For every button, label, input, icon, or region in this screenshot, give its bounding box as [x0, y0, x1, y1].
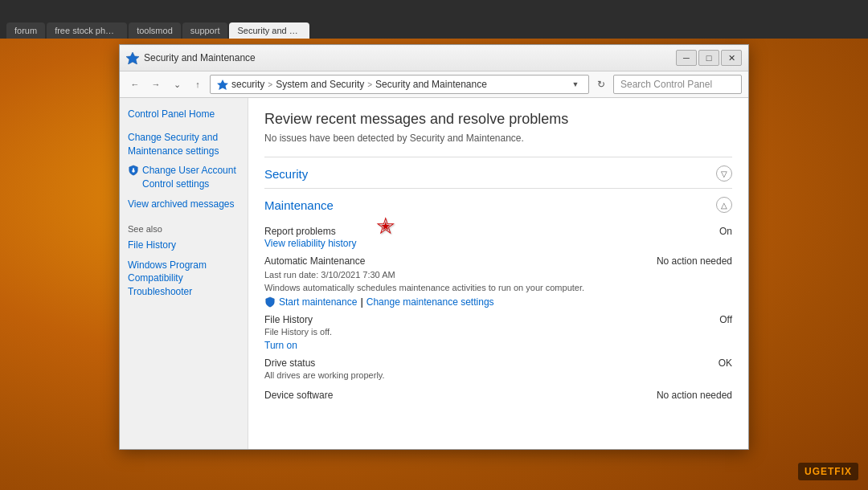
control-panel-window: Security and Maintenance ─ □ ✕ ← → ⌄ ↑ s…	[119, 44, 749, 450]
device-software-label: Device software	[264, 390, 636, 401]
view-reliability-history-link[interactable]: View reliability history	[264, 238, 357, 249]
watermark-suffix: FIX	[834, 466, 852, 477]
up-button[interactable]: ↑	[189, 76, 207, 93]
forward-button[interactable]: →	[147, 76, 165, 93]
maintenance-section-header[interactable]: Maintenance △	[264, 188, 732, 219]
maintenance-title: Maintenance	[264, 198, 334, 212]
tab-support[interactable]: support	[182, 22, 228, 39]
minimize-button[interactable]: ─	[676, 50, 697, 66]
path-sep-1: >	[268, 80, 272, 89]
maintenance-shield-icon	[264, 296, 276, 308]
tab-tools[interactable]: toolsmod	[129, 22, 181, 39]
drive-status-status: OK	[636, 357, 732, 369]
path-current: Security and Maintenance	[375, 79, 487, 90]
path-dropdown-button[interactable]: ▼	[569, 78, 582, 91]
refresh-button[interactable]: ↻	[592, 76, 610, 93]
title-bar: Security and Maintenance ─ □ ✕	[120, 45, 748, 71]
maintenance-toggle-icon: △	[721, 201, 727, 210]
file-history-sub: File History is off.	[264, 327, 332, 337]
sidebar: Control Panel Home Change Security and M…	[120, 98, 248, 449]
close-button[interactable]: ✕	[721, 50, 742, 66]
sidebar-uac-label: Change User Account Control settings	[142, 164, 240, 191]
maintenance-description: Windows automatically schedules maintena…	[264, 283, 584, 292]
watermark: UGETFIX	[798, 463, 858, 480]
content-area: Control Panel Home Change Security and M…	[120, 98, 748, 449]
automatic-maintenance-status: No action needed	[636, 255, 732, 267]
maintenance-content: Report problems View reliability history…	[264, 219, 732, 410]
file-history-row: File History Off File History is off. Tu…	[264, 311, 732, 354]
start-maintenance-row: Start maintenance | Change maintenance s…	[264, 296, 584, 308]
automatic-maintenance-row: Automatic Maintenance No action needed L…	[264, 252, 732, 311]
browser-bar: forum free stock photos toolsmod support…	[0, 0, 868, 39]
start-maintenance-link[interactable]: Start maintenance	[279, 296, 357, 308]
security-toggle-icon: ▽	[721, 169, 727, 178]
file-history-label: File History	[264, 314, 636, 325]
page-subtitle: No issues have been detected by Security…	[264, 133, 732, 144]
dropdown-history-button[interactable]: ⌄	[168, 76, 186, 93]
path-icon	[217, 79, 228, 90]
pipe-separator: |	[360, 296, 362, 308]
sidebar-control-panel-home[interactable]: Control Panel Home	[128, 108, 240, 121]
address-path[interactable]: security > System and Security > Securit…	[210, 75, 589, 94]
report-problems-status: On	[636, 226, 732, 237]
drive-status-row: Drive status OK All drives are working p…	[264, 354, 732, 386]
path-control-panel: security	[231, 79, 264, 90]
change-maintenance-settings-link[interactable]: Change maintenance settings	[366, 296, 494, 308]
svg-marker-0	[126, 52, 139, 64]
watermark-prefix: UG	[805, 466, 821, 477]
device-software-row: Device software No action needed	[264, 386, 732, 404]
security-toggle[interactable]: ▽	[716, 165, 732, 182]
last-run-date: Last run date: 3/10/2021 7:30 AM	[264, 270, 584, 280]
path-system-security: System and Security	[276, 79, 364, 90]
maintenance-toggle[interactable]: △	[716, 197, 732, 213]
search-box[interactable]: Search Control Panel	[613, 75, 742, 94]
report-problems-label: Report problems	[264, 226, 636, 237]
drive-status-sub: All drives are working properly.	[264, 370, 385, 380]
shield-icon	[128, 165, 139, 176]
tab-photos[interactable]: free stock photos	[47, 22, 127, 39]
svg-marker-1	[217, 80, 228, 90]
sidebar-file-history[interactable]: File History	[128, 239, 240, 252]
search-placeholder: Search Control Panel	[620, 79, 712, 90]
path-sep-2: >	[367, 80, 372, 89]
page-title: Review recent messages and resolve probl…	[264, 111, 732, 128]
sidebar-user-account-control[interactable]: Change User Account Control settings	[128, 164, 240, 191]
turn-on-link[interactable]: Turn on	[264, 340, 297, 351]
security-title: Security	[264, 167, 308, 181]
back-button[interactable]: ←	[126, 76, 144, 93]
address-bar: ← → ⌄ ↑ security > System and Security >…	[120, 71, 748, 98]
drive-status-label: Drive status	[264, 357, 636, 369]
maximize-button[interactable]: □	[698, 50, 719, 66]
see-also-title: See also	[128, 224, 240, 234]
svg-rect-3	[133, 169, 134, 171]
automatic-maintenance-detail: Last run date: 3/10/2021 7:30 AM Windows…	[264, 268, 584, 308]
tab-forum[interactable]: forum	[6, 22, 45, 39]
sidebar-compatibility-troubleshooter[interactable]: Windows Program Compatibility Troublesho…	[128, 259, 240, 299]
window-controls: ─ □ ✕	[676, 50, 742, 66]
device-software-status: No action needed	[636, 390, 732, 401]
sidebar-archived-messages[interactable]: View archived messages	[128, 198, 240, 211]
automatic-maintenance-label: Automatic Maintenance	[264, 255, 636, 267]
security-section-header[interactable]: Security ▽	[264, 157, 732, 188]
main-panel: Review recent messages and resolve probl…	[248, 98, 748, 449]
tab-security-maintenance[interactable]: Security and Maintenance	[229, 22, 309, 39]
window-title: Security and Maintenance	[144, 52, 671, 63]
report-problems-row: Report problems View reliability history…	[264, 223, 732, 252]
watermark-highlight: ET	[821, 466, 834, 477]
sidebar-change-security[interactable]: Change Security and Maintenance settings	[128, 131, 240, 158]
browser-tabs: forum free stock photos toolsmod support…	[6, 0, 309, 39]
file-history-status: Off	[636, 314, 732, 325]
window-icon	[126, 51, 139, 64]
